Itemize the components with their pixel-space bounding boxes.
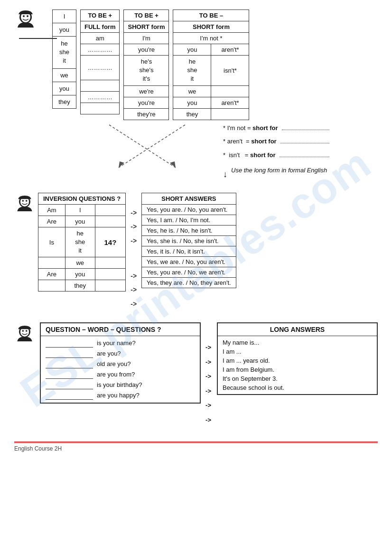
long-answers-body: My name is... I am ... I am ... years ol… [218,336,377,394]
sa-row-5: Yes, it is. / No, it isn't. [142,246,236,256]
tobe-sm-you: you [173,44,211,56]
head-icon-1 [14,9,37,34]
short-answers-table: SHORT ANSWERS Yes, you are. / No, you ar… [141,193,236,288]
arrow-4 [131,248,137,269]
tobe-sm-heshit: hesheit [173,56,211,86]
qword-text-2: are you? [97,350,121,357]
tobe-sm-empty2 [211,108,249,120]
qword-blank-6 [46,391,93,400]
tobe-sp-theyre: they're [124,108,169,120]
s3-arrow-5: -> [205,398,211,413]
qword-questions-box: QUESTION – WORD – QUESTIONS ? is your na… [40,322,201,404]
tobe-full-header1: TO BE + [81,10,120,21]
inv-header: INVERSION QUESTIONS ? [38,193,126,204]
qword-row-6: are you happy? [46,391,195,400]
head-icon-3 [14,325,35,348]
arrow-5: -> [131,269,137,283]
footer-text: English Course 2H [14,445,62,452]
note3-text: * isn't = short for [223,150,276,161]
arrow-2: -> [131,220,137,234]
inv-empty7 [95,280,126,292]
qword-blank-5 [46,381,93,389]
qword-row-1: is your name? [46,339,195,348]
inv-empty3 [38,257,65,269]
inv-empty1 [95,204,126,216]
tobe-sm-they: they [173,108,211,120]
inv-heshit: hesheit [65,227,95,257]
tobe-tables-area: I you hesheit we you they TO BE + FULL f… [52,9,329,182]
formal-note-text: Use the long form in formal English [231,166,327,175]
la-text-5: It's on September 3. [223,375,278,382]
la-row-2: I am ... [223,348,372,355]
la-text-4: I am from Belgium. [223,366,274,373]
tobe-full-empty1 [81,80,120,92]
section1-container: I you hesheit we you they TO BE + FULL f… [14,9,378,182]
la-text-2: I am ... [223,348,242,355]
tobe-full-table: TO BE + FULL form am ………… ………… ………… [80,9,120,114]
note2-dots [280,143,329,143]
tobe-sm-imnot: I'm not * [173,33,249,44]
inv-you2: you [65,269,95,280]
note-line-1: * I'm not = short for [223,122,329,134]
svg-point-3 [27,15,28,17]
qword-row-5: is your birthday? [46,381,195,389]
tobe-tables-row: I you hesheit we you they TO BE + FULL f… [52,9,329,120]
inv-are2: Are [38,269,65,280]
pronoun-you2: you [53,82,76,95]
qword-blank-4 [46,370,93,379]
inv-empty4 [95,257,126,269]
note3-dots [280,157,329,157]
tobe-sp-were: we're [124,85,169,97]
inv-empty6 [38,280,65,292]
arrow-column: -> -> -> -> -> -> [129,206,139,311]
note-line-3: * isn't = short for [223,150,329,161]
qword-blank-3 [46,360,93,368]
la-row-3: I am ... years old. [223,357,372,364]
inv-questions-area: INVERSION QUESTIONS ? Am I Are you Is he… [38,193,126,292]
tobe-sm-arent2: aren't* [211,97,249,108]
inv-i: I [65,204,95,216]
la-row-6: Because school is out. [223,384,372,391]
section2-icon-area [14,195,35,219]
section1-icon-area [14,9,47,39]
tobe-full-am: am [81,33,120,44]
qword-text-3: old are you? [97,360,131,367]
sa-row-8: Yes, they are. / No, they aren't. [142,277,236,288]
inv-empty5 [95,269,126,280]
tobe-short-plus-header1: TO BE + [124,10,169,21]
tobe-sp-youre: you're [124,44,169,56]
la-row-1: My name is... [223,339,372,346]
svg-point-14 [22,330,24,332]
la-row-4: I am from Belgium. [223,366,372,373]
pronoun-he-she-it: hesheit [53,37,76,69]
s3-arrow-1: -> [205,340,211,355]
section2-container: INVERSION QUESTIONS ? Am I Are you Is he… [14,193,378,311]
sa-row-2: Yes, I am. / No, I'm not. [142,215,236,225]
note1-dots [282,130,329,130]
qword-text-6: are you happy? [97,392,140,399]
tobe-full-header2: FULL form [81,21,120,33]
sa-row-7: Yes, you are. / No, we aren't. [142,267,236,277]
cross-arrows [81,122,214,175]
svg-point-2 [23,15,25,17]
tobe-full-dots2: ………… [81,56,120,80]
la-text-6: Because school is out. [223,384,284,391]
formal-note: ↓ Use the long form in formal English [223,166,329,182]
tobe-sp-hes: he'sshe'sit's [124,56,169,86]
tobe-short-plus-header2: SHORT form [124,21,169,33]
tobe-sm-arent: aren't* [211,44,249,56]
la-text-1: My name is... [223,339,259,346]
short-answers-area: SHORT ANSWERS Yes, you are. / No, you ar… [141,193,236,288]
head-icon-2 [14,195,35,217]
qword-row-4: are you from? [46,370,195,379]
tobe-sp-im: I'm [124,33,169,44]
pronoun-I: I [53,10,76,23]
note-line-2: * aren't = short for [223,136,329,148]
s3-arrow-2: -> [205,355,211,370]
section3-arrows: -> -> -> -> -> -> [205,322,212,427]
tobe-short-minus-header1: TO BE – [173,10,249,21]
inv-questions-table: INVERSION QUESTIONS ? Am I Are you Is he… [38,193,126,292]
footer: English Course 2H [14,442,378,452]
pronoun-you: you [53,23,76,37]
tobe-sm-empty1 [211,85,249,97]
